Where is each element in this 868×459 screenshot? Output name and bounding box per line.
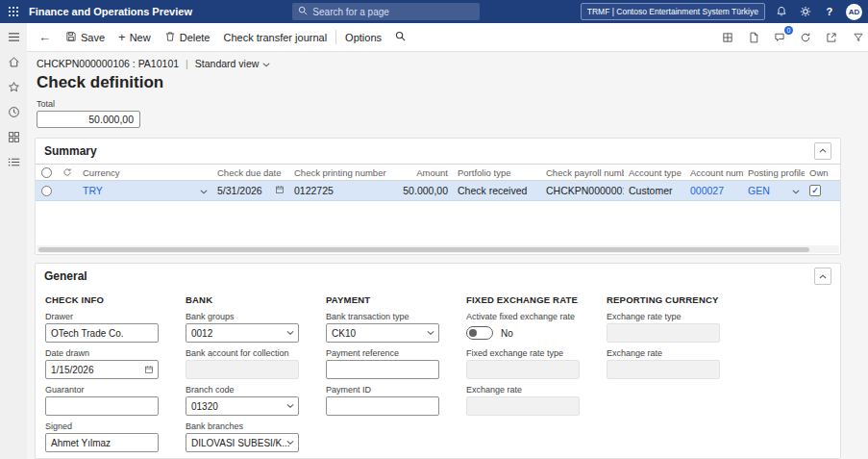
col-own[interactable]: Own — [805, 167, 833, 178]
group-reporting-currency: REPORTING CURRENCY Exchange rate type Ex… — [607, 291, 747, 458]
notifications-bell-icon[interactable] — [774, 4, 789, 19]
calendar-icon[interactable] — [275, 185, 285, 196]
horizontal-scrollbar[interactable] — [37, 245, 839, 253]
settings-gear-icon[interactable] — [798, 4, 813, 19]
col-check-due-date[interactable]: Check due date — [212, 167, 289, 178]
exchange-rate-field — [466, 396, 580, 416]
bank-transaction-type-field[interactable]: CK10 — [326, 323, 439, 343]
col-posting-profile[interactable]: Posting profile — [743, 167, 805, 178]
favorites-star-icon[interactable] — [6, 79, 21, 94]
activate-fixed-exchange-rate-toggle[interactable] — [466, 326, 493, 340]
currency-cell[interactable]: TRY — [83, 185, 103, 196]
grid-header-row: Currency Check due date Check printing n… — [36, 164, 840, 182]
modules-list-icon[interactable] — [6, 154, 21, 169]
back-button[interactable]: ← — [31, 23, 59, 51]
filter-funnel-icon[interactable] — [851, 30, 866, 45]
menu-icon[interactable] — [6, 29, 21, 44]
check-printing-number-cell[interactable]: 0122725 — [289, 185, 397, 196]
top-bar: Finance and Operations Preview Search fo… — [0, 0, 868, 23]
bank-branches-field[interactable]: DILOVASI SUBESI/K... — [186, 433, 299, 452]
col-currency[interactable]: Currency — [78, 167, 212, 178]
col-portfolio-type[interactable]: Portfolio type — [453, 167, 541, 178]
collapse-summary-button[interactable] — [814, 142, 831, 160]
page-body: CHCKPN000000106 : PA10101 | Standard vie… — [27, 52, 849, 459]
branch-code-field[interactable]: 01320 — [186, 396, 299, 416]
chevron-down-icon[interactable] — [286, 404, 294, 409]
save-button[interactable]: Save — [59, 23, 112, 51]
view-selector[interactable]: Standard view — [195, 58, 271, 69]
payment-id-field[interactable] — [326, 396, 439, 416]
col-check-printing-number[interactable]: Check printing number — [289, 167, 397, 178]
bank-account-for-collection-field — [186, 360, 299, 379]
new-button[interactable]: + New — [112, 23, 158, 51]
collapse-general-button[interactable] — [814, 268, 831, 285]
scrollbar-thumb[interactable] — [38, 247, 809, 252]
col-amount[interactable]: Amount — [397, 167, 453, 178]
global-search-box[interactable]: Search for a page — [292, 3, 480, 20]
chevron-down-icon[interactable] — [200, 185, 208, 196]
action-search-button[interactable] — [388, 23, 412, 51]
messages-icon[interactable]: 0 — [772, 30, 787, 45]
col-check-payroll-number[interactable]: Check payroll number — [541, 167, 624, 178]
chevron-down-icon[interactable] — [286, 331, 294, 336]
recent-clock-icon[interactable] — [6, 104, 21, 119]
options-tab[interactable]: Options — [338, 23, 388, 51]
page-title: Check definition — [37, 73, 839, 92]
summary-row-selected[interactable]: TRY 5/31/2026 0122725 50.000,00 Check re… — [36, 181, 840, 200]
group-check-info: CHECK INFO Drawer OTech Trade Co. Date d… — [45, 291, 186, 458]
workspaces-icon[interactable] — [6, 129, 21, 144]
open-in-new-icon[interactable] — [824, 30, 839, 45]
guarantor-field[interactable] — [45, 396, 159, 416]
payment-id-label: Payment ID — [326, 385, 466, 395]
calendar-icon[interactable] — [144, 365, 154, 374]
total-field[interactable]: 50.000,00 — [37, 111, 140, 128]
notification-badge: 0 — [784, 26, 793, 35]
check-payroll-number-cell[interactable]: CHCKPN000000106 — [541, 185, 624, 196]
chevron-down-icon[interactable] — [427, 331, 434, 336]
branch-code-label: Branch code — [186, 385, 326, 395]
payment-reference-label: Payment reference — [326, 348, 466, 358]
account-type-cell[interactable]: Customer — [624, 185, 685, 196]
search-placeholder: Search for a page — [312, 7, 389, 17]
app-window: Finance and Operations Preview Search fo… — [0, 0, 868, 459]
check-due-date-cell[interactable]: 5/31/2026 — [217, 185, 262, 196]
chevron-down-icon[interactable] — [286, 441, 294, 446]
summary-section: Summary Currency Check due date Check pr… — [35, 138, 841, 255]
bank-groups-field[interactable]: 0012 — [186, 323, 299, 343]
general-section-title: General — [44, 269, 87, 283]
app-launcher-icon[interactable] — [0, 0, 27, 23]
avatar[interactable]: AD — [846, 4, 862, 20]
refresh-icon[interactable] — [798, 30, 813, 45]
group-fixed-exchange-rate: FIXED EXCHANGE RATE Activate fixed excha… — [466, 291, 607, 458]
home-icon[interactable] — [6, 54, 21, 69]
date-drawn-field[interactable]: 1/15/2026 — [45, 360, 159, 379]
signed-field[interactable]: Ahmet Yılmaz — [45, 433, 159, 452]
row-select-radio[interactable] — [41, 186, 52, 196]
attachments-icon[interactable] — [746, 30, 761, 45]
save-floppy-icon — [65, 31, 77, 44]
app-title[interactable]: Finance and Operations Preview — [29, 6, 192, 17]
breadcrumb: CHCKPN000000106 : PA10101 | Standard vie… — [35, 57, 841, 70]
chevron-down-icon — [262, 58, 270, 69]
delete-button[interactable]: Delete — [158, 23, 217, 51]
select-all-radio[interactable] — [41, 167, 52, 178]
payment-reference-field[interactable] — [326, 360, 439, 379]
reporting-exchange-rate-field — [607, 360, 720, 379]
portfolio-type-cell[interactable]: Check received — [453, 185, 541, 196]
amount-cell[interactable]: 50.000,00 — [397, 185, 453, 196]
exchange-rate-label: Exchange rate — [466, 385, 607, 395]
office-grid-icon[interactable] — [720, 30, 735, 45]
col-account-type[interactable]: Account type — [624, 167, 685, 178]
account-number-link[interactable]: 000027 — [690, 185, 724, 196]
date-drawn-label: Date drawn — [45, 348, 186, 358]
help-icon[interactable]: ? — [822, 4, 837, 19]
grid-refresh-icon[interactable] — [57, 167, 78, 177]
chevron-down-icon[interactable] — [792, 185, 800, 196]
posting-profile-link[interactable]: GEN — [748, 185, 770, 196]
col-account-number[interactable]: Account number — [685, 167, 743, 178]
check-transfer-journal-button[interactable]: Check transfer journal — [216, 23, 334, 51]
own-checkbox[interactable]: ✓ — [809, 185, 821, 196]
drawer-field[interactable]: OTech Trade Co. — [45, 323, 159, 343]
environment-badge[interactable]: TRMF | Contoso Entertainment System Türk… — [581, 3, 765, 20]
divider — [335, 30, 336, 44]
